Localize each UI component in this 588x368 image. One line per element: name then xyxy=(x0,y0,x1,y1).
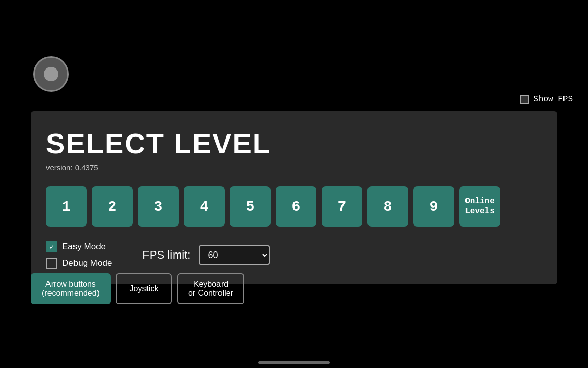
debug-mode-label: Debug Mode xyxy=(62,258,112,268)
bottom-scrollbar xyxy=(258,361,330,364)
checkboxes-col: Easy Mode Debug Mode xyxy=(46,241,112,269)
fps-limit-label: FPS limit: xyxy=(142,248,190,262)
easy-mode-row[interactable]: Easy Mode xyxy=(46,241,112,252)
show-fps-checkbox[interactable] xyxy=(520,95,529,104)
options-row: Easy Mode Debug Mode FPS limit: 30 60 12… xyxy=(46,241,542,269)
easy-mode-checkbox[interactable] xyxy=(46,241,57,252)
debug-mode-row[interactable]: Debug Mode xyxy=(46,258,112,269)
level-button-8[interactable]: 8 xyxy=(368,186,408,227)
level-button-7[interactable]: 7 xyxy=(322,186,362,227)
show-fps-label: Show FPS xyxy=(533,95,573,104)
show-fps-container: Show FPS xyxy=(520,95,573,104)
level-button-4[interactable]: 4 xyxy=(184,186,225,227)
level-button-1[interactable]: 1 xyxy=(46,186,87,227)
fps-row: FPS limit: 30 60 120 Unlimited xyxy=(142,245,270,265)
level-button-2[interactable]: 2 xyxy=(92,186,133,227)
arrow-buttons-btn[interactable]: Arrow buttons(recommended) xyxy=(31,273,111,304)
level-button-online[interactable]: OnlineLevels xyxy=(459,186,500,227)
top-left-circle-button[interactable] xyxy=(33,56,69,92)
bottom-controls: Arrow buttons(recommended) Joystick Keyb… xyxy=(31,273,244,304)
level-button-5[interactable]: 5 xyxy=(230,186,271,227)
fps-limit-select[interactable]: 30 60 120 Unlimited xyxy=(199,245,270,265)
page-title: SELECT LEVEL xyxy=(46,127,542,160)
main-panel: SELECT LEVEL version: 0.4375 1 2 3 4 5 6… xyxy=(31,111,557,284)
level-button-9[interactable]: 9 xyxy=(413,186,454,227)
level-button-6[interactable]: 6 xyxy=(276,186,316,227)
easy-mode-label: Easy Mode xyxy=(62,242,106,252)
keyboard-controller-btn[interactable]: Keyboardor Controller xyxy=(177,273,244,304)
joystick-btn[interactable]: Joystick xyxy=(116,273,172,304)
debug-mode-checkbox[interactable] xyxy=(46,258,57,269)
level-button-3[interactable]: 3 xyxy=(138,186,179,227)
version-label: version: 0.4375 xyxy=(46,163,542,172)
levels-row: 1 2 3 4 5 6 7 8 9 OnlineLevels xyxy=(46,186,542,227)
